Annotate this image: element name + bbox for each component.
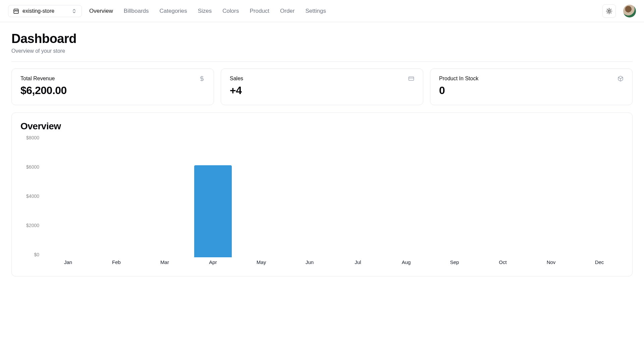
chart-x-tick: Jan	[44, 259, 92, 269]
chart-x-tick: Feb	[92, 259, 141, 269]
chart-x-tick: Aug	[382, 259, 430, 269]
chevron-up-down-icon	[71, 8, 77, 14]
chart-x-tick: Sep	[430, 259, 479, 269]
chart-y-tick: $2000	[20, 223, 42, 228]
divider	[11, 61, 633, 62]
chart-x-tick: Nov	[527, 259, 575, 269]
page-title: Dashboard	[11, 32, 633, 46]
nav-product[interactable]: Product	[250, 8, 269, 14]
chart-bar	[194, 165, 232, 257]
nav-order[interactable]: Order	[280, 8, 294, 14]
chart-plot-area	[44, 138, 624, 257]
chart-x-tick: Jun	[285, 259, 334, 269]
chart-bar-column	[382, 138, 430, 257]
nav-billboards[interactable]: Billboards	[124, 8, 149, 14]
svg-rect-2	[409, 77, 414, 81]
card-total-revenue: Total Revenue $6,200.00	[11, 69, 214, 105]
chart-bar-column	[44, 138, 92, 257]
chart-x-axis: JanFebMarAprMayJunJulAugSepOctNovDec	[44, 259, 624, 269]
main-nav: Overview Billboards Categories Sizes Col…	[89, 8, 326, 14]
chart-card: Overview $8000$6000$4000$2000$0 JanFebMa…	[11, 113, 633, 276]
stats-cards: Total Revenue $6,200.00 Sales +4 Product…	[11, 69, 633, 105]
chart-bar-column	[430, 138, 479, 257]
chart-bar-column	[479, 138, 527, 257]
chart-x-tick: May	[237, 259, 285, 269]
package-icon	[618, 76, 624, 82]
page-subtitle: Overview of your store	[11, 48, 633, 54]
chart-x-tick: Mar	[141, 259, 189, 269]
store-icon	[13, 8, 19, 14]
chart-bar-column	[285, 138, 334, 257]
chart-bar-column	[575, 138, 624, 257]
chart-x-tick: Dec	[575, 259, 624, 269]
chart-title: Overview	[20, 121, 624, 132]
card-label-stock: Product In Stock	[439, 76, 478, 82]
nav-sizes[interactable]: Sizes	[198, 8, 212, 14]
nav-categories[interactable]: Categories	[160, 8, 187, 14]
store-switcher[interactable]: existing-store	[8, 5, 82, 17]
nav-settings[interactable]: Settings	[306, 8, 326, 14]
store-switcher-label: existing-store	[22, 8, 54, 14]
card-label-sales: Sales	[230, 76, 243, 82]
card-label-revenue: Total Revenue	[20, 76, 55, 82]
card-value-stock: 0	[439, 84, 624, 97]
card-value-revenue: $6,200.00	[20, 84, 205, 97]
nav-overview[interactable]: Overview	[89, 8, 113, 14]
sun-icon	[606, 8, 612, 14]
chart-bar-column	[527, 138, 575, 257]
chart-y-axis: $8000$6000$4000$2000$0	[20, 135, 42, 257]
chart-y-tick: $0	[20, 252, 42, 257]
chart-y-tick: $8000	[20, 135, 42, 140]
main-content: Dashboard Overview of your store Total R…	[0, 22, 644, 290]
chart-y-tick: $4000	[20, 193, 42, 199]
overview-chart: $8000$6000$4000$2000$0 JanFebMarAprMayJu…	[20, 135, 624, 269]
chart-bar-column	[237, 138, 285, 257]
chart-x-tick: Oct	[479, 259, 527, 269]
chart-y-tick: $6000	[20, 164, 42, 170]
chart-x-tick: Apr	[189, 259, 237, 269]
user-avatar[interactable]	[623, 5, 636, 17]
topbar: existing-store Overview Billboards Categ…	[0, 0, 644, 22]
card-product-in-stock: Product In Stock 0	[430, 69, 633, 105]
chart-bar-column	[141, 138, 189, 257]
chart-bar-column	[189, 138, 237, 257]
chart-x-tick: Jul	[334, 259, 382, 269]
nav-colors[interactable]: Colors	[222, 8, 239, 14]
theme-toggle-button[interactable]	[602, 4, 616, 18]
card-value-sales: +4	[230, 84, 414, 97]
chart-bar-column	[92, 138, 141, 257]
chart-bar-column	[334, 138, 382, 257]
credit-card-icon	[408, 76, 414, 82]
dollar-icon	[199, 76, 205, 82]
svg-point-0	[608, 10, 610, 12]
card-sales: Sales +4	[221, 69, 423, 105]
